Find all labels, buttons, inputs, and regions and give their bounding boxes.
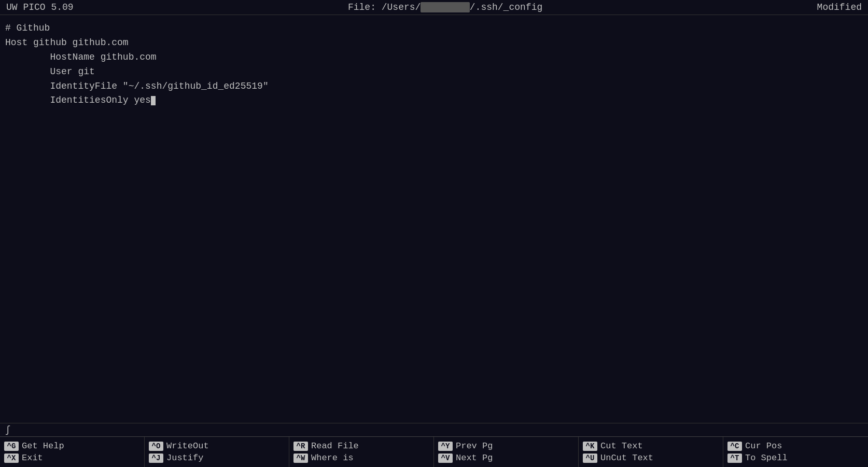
- shortcut-next-pg[interactable]: ^V Next Pg: [438, 452, 574, 464]
- shortcut-exit[interactable]: ^X Exit: [4, 452, 140, 464]
- key-exit: ^X: [4, 454, 19, 463]
- editor-line-4: User git: [5, 65, 863, 79]
- key-to-spell: ^T: [727, 454, 742, 463]
- key-get-help: ^G: [4, 442, 19, 451]
- shortcut-group-1: ^G Get Help ^X Exit: [0, 437, 145, 467]
- shortcut-read-file[interactable]: ^R Read File: [293, 440, 429, 452]
- shortcut-uncut-text[interactable]: ^U UnCut Text: [583, 452, 719, 464]
- shortcut-cur-pos[interactable]: ^C Cur Pos: [727, 440, 864, 452]
- label-to-spell: To Spell: [745, 453, 788, 463]
- key-justify: ^J: [149, 454, 163, 463]
- label-justify: Justify: [166, 453, 203, 463]
- key-prev-pg: ^Y: [438, 442, 453, 451]
- label-read-file: Read File: [311, 441, 359, 451]
- shortcut-to-spell[interactable]: ^T To Spell: [727, 452, 864, 464]
- status-bar: ʃ: [0, 423, 868, 436]
- key-uncut-text: ^U: [583, 454, 597, 463]
- label-uncut-text: UnCut Text: [600, 453, 653, 463]
- shortcut-writeout[interactable]: ^O WriteOut: [149, 440, 285, 452]
- shortcut-get-help[interactable]: ^G Get Help: [4, 440, 140, 452]
- modified-status: Modified: [817, 2, 862, 12]
- editor-line-3: HostName github.com: [5, 50, 863, 65]
- label-exit: Exit: [22, 453, 43, 463]
- shortcut-group-4: ^Y Prev Pg ^V Next Pg: [434, 437, 579, 467]
- shortcut-group-6: ^C Cur Pos ^T To Spell: [723, 437, 868, 467]
- label-where-is: Where is: [311, 453, 354, 463]
- editor-line-5: IdentityFile "~/.ssh/github_id_ed25519": [5, 79, 863, 94]
- editor-area[interactable]: # Github Host github github.com HostName…: [0, 15, 868, 423]
- text-cursor: [151, 96, 156, 105]
- shortcut-justify[interactable]: ^J Justify: [149, 452, 285, 464]
- key-next-pg: ^V: [438, 454, 453, 463]
- status-text: ʃ: [5, 425, 10, 435]
- redacted-username: ████████: [421, 2, 469, 12]
- key-writeout: ^O: [149, 442, 163, 451]
- app-name: UW PICO 5.09: [6, 2, 74, 12]
- label-writeout: WriteOut: [166, 441, 209, 451]
- editor-line-6: IdentitiesOnly yes: [5, 93, 863, 108]
- shortcut-prev-pg[interactable]: ^Y Prev Pg: [438, 440, 574, 452]
- label-prev-pg: Prev Pg: [456, 441, 493, 451]
- shortcut-where-is[interactable]: ^W Where is: [293, 452, 429, 464]
- editor-line-1: # Github: [5, 21, 863, 36]
- key-read-file: ^R: [293, 442, 308, 451]
- label-cur-pos: Cur Pos: [745, 441, 782, 451]
- header-bar: UW PICO 5.09 File: /Users/████████/.ssh/…: [0, 0, 868, 15]
- shortcut-group-5: ^K Cut Text ^U UnCut Text: [579, 437, 723, 467]
- editor-line-2: Host github github.com: [5, 36, 863, 50]
- file-info: File: /Users/████████/.ssh/_config: [348, 2, 542, 12]
- shortcut-cut-text[interactable]: ^K Cut Text: [583, 440, 719, 452]
- label-cut-text: Cut Text: [600, 441, 643, 451]
- label-next-pg: Next Pg: [456, 453, 493, 463]
- shortcut-group-3: ^R Read File ^W Where is: [289, 437, 434, 467]
- label-get-help: Get Help: [22, 441, 64, 451]
- key-cur-pos: ^C: [727, 442, 742, 451]
- shortcut-group-2: ^O WriteOut ^J Justify: [145, 437, 289, 467]
- key-where-is: ^W: [293, 454, 308, 463]
- shortcut-bar: ^G Get Help ^X Exit ^O WriteOut ^J Justi…: [0, 436, 868, 467]
- key-cut-text: ^K: [583, 442, 597, 451]
